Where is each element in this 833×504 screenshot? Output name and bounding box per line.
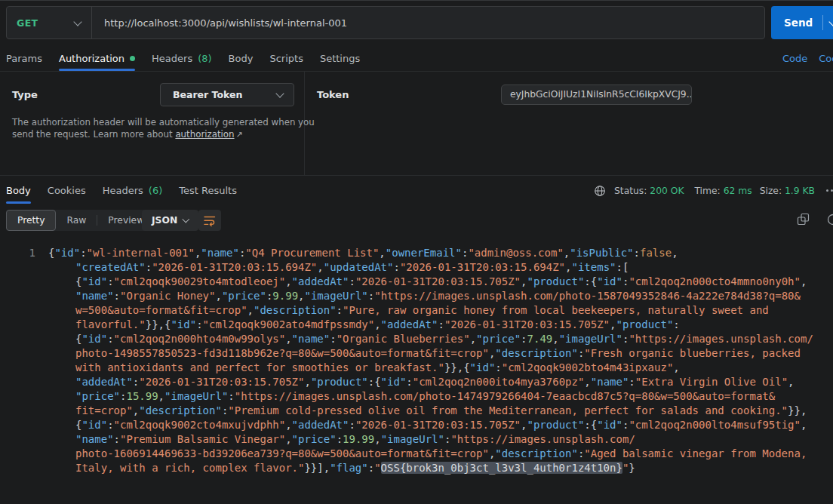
auth-type-select[interactable]: Bearer Token [160, 83, 294, 106]
line-number-gutter [0, 361, 35, 375]
type-label: Type [12, 89, 38, 100]
tab-label: Scripts [269, 53, 303, 64]
tab-label: Headers [152, 53, 192, 64]
code-text: w=500&auto=format&fit=crop","description… [48, 303, 769, 318]
tab-label: Settings [320, 53, 360, 64]
code-text: with antioxidants and perfect for smooth… [48, 361, 680, 375]
request-url-bar: GET http://localhost:3000/api/wishlists/… [6, 6, 765, 39]
code-text: flavorful."}},{"id":"cml2qoqk9002ato4mdf… [48, 318, 680, 332]
code-line: flavorful."}},{"id":"cml2qoqk9002ato4mdf… [0, 318, 833, 332]
format-select[interactable]: JSON [142, 210, 198, 231]
line-number-gutter [0, 375, 35, 389]
response-tab-body[interactable]: Body [6, 176, 31, 205]
flag-highlight: OSS{brok3n_0bj3ct_l3v3l_4uth0r1z4t10n} [381, 462, 622, 474]
send-options-chevron-icon[interactable] [828, 17, 833, 26]
response-body-json[interactable]: 1{"id":"wl-internal-001","name":"Q4 Proc… [0, 235, 833, 504]
token-input[interactable]: eyJhbGciOiJIUzI1NiIsInR5cCI6IkpXVCJ9.... [501, 85, 692, 105]
tab-label: Authorization [59, 53, 124, 64]
line-number-gutter [0, 260, 35, 275]
code-text: Italy, with a rich, complex flavor."}}],… [48, 461, 635, 475]
response-tab-cookies[interactable]: Cookies [48, 176, 86, 205]
tab-body[interactable]: Body [229, 45, 254, 71]
code-text: "name":"Organic Honey","price":9.99,"ima… [48, 289, 801, 303]
tab-settings[interactable]: Settings [320, 45, 360, 71]
code-text: "name":"Premium Balsamic Vinegar","price… [48, 432, 635, 447]
helper-line1: The authorization header will be automat… [12, 117, 315, 128]
code-line: 1{"id":"wl-internal-001","name":"Q4 Proc… [0, 246, 833, 260]
tab-authorization[interactable]: Authorization [59, 45, 135, 71]
chevron-down-icon [275, 89, 284, 97]
chevron-down-icon [183, 216, 189, 223]
send-button-divider [822, 15, 823, 30]
line-number-gutter [0, 404, 35, 418]
pretty-button[interactable]: Pretty [6, 210, 56, 231]
code-text: fit=crop","description":"Premium cold-pr… [48, 404, 807, 418]
url-input[interactable]: http://localhost:3000/api/wishlists/wl-i… [92, 17, 347, 29]
auth-helper-text: The authorization header will be automat… [12, 117, 329, 140]
code-text: "createdAt":"2026-01-31T20:03:15.694Z","… [48, 260, 629, 275]
method-select[interactable]: GET [7, 7, 91, 38]
send-button[interactable]: Send [771, 6, 833, 39]
code-text: "price":15.99,"imageUrl":"https://images… [48, 389, 775, 404]
line-number-gutter: 1 [0, 246, 35, 260]
code-line: w=500&auto=format&fit=crop","description… [0, 303, 833, 318]
line-number-gutter [0, 346, 35, 361]
token-label: Token [317, 89, 349, 100]
code-line: fit=crop","description":"Premium cold-pr… [0, 404, 833, 418]
authorization-panel: Type Bearer Token The authorization head… [0, 72, 833, 176]
view-mode-group: Pretty Raw Preview [6, 210, 155, 231]
authorization-link[interactable]: authorization [175, 129, 234, 140]
tab-label: Cookies [48, 185, 86, 196]
raw-button[interactable]: Raw [56, 210, 97, 231]
code-line: with antioxidants and perfect for smooth… [0, 361, 833, 375]
response-tab-headers[interactable]: Headers(6) [103, 176, 163, 205]
line-number-gutter [0, 461, 35, 475]
code-text: "addedAt":"2026-01-31T20:03:15.705Z","pr… [48, 375, 795, 389]
line-number-gutter [0, 318, 35, 332]
code-text: {"id":"wl-internal-001","name":"Q4 Procu… [48, 246, 678, 260]
tab-label: Body [229, 53, 254, 64]
code-text: photo-1606914469633-bd39206ea739?q=80&w=… [48, 447, 807, 461]
size-label: Size: [760, 186, 782, 196]
line-number-gutter [0, 289, 35, 303]
external-link-icon: ↗ [236, 130, 243, 140]
active-dot-icon [130, 56, 135, 61]
copy-icon[interactable] [797, 213, 810, 226]
wrap-lines-button[interactable] [198, 210, 221, 231]
method-label: GET [17, 17, 38, 29]
tab-headers[interactable]: Headers(8) [152, 45, 212, 71]
line-number-gutter [0, 418, 35, 432]
code-line: photo-1498557850523-fd3d118b962e?q=80&w=… [0, 346, 833, 361]
more-options-icon[interactable] [825, 186, 833, 195]
response-meta: Status: 200 OK Time: 62 ms Size: 1.9 KB [594, 176, 833, 205]
line-number-gutter [0, 332, 35, 346]
format-value: JSON [152, 215, 177, 226]
code-link[interactable]: Code [782, 53, 807, 64]
code-line: "createdAt":"2026-01-31T20:03:15.694Z","… [0, 260, 833, 275]
globe-icon [594, 185, 606, 197]
code-line: "addedAt":"2026-01-31T20:03:15.705Z","pr… [0, 375, 833, 389]
time-label: Time: [694, 186, 720, 196]
code-line: "name":"Organic Honey","price":9.99,"ima… [0, 289, 833, 303]
code-line: {"id":"cml2qoqk90029to4mtodleoej","added… [0, 275, 833, 289]
cookies-link[interactable]: Cookies [819, 53, 833, 64]
status-label: Status: [614, 186, 647, 196]
code-line: {"id":"cml2qoq2n000hto4m0w99olys","name"… [0, 332, 833, 346]
code-line: "price":15.99,"imageUrl":"https://images… [0, 389, 833, 404]
request-tabs: ParamsAuthorizationHeaders(8)BodyScripts… [0, 45, 833, 71]
helper-line2: send the request. Learn more about [12, 129, 175, 140]
line-number-gutter [0, 447, 35, 461]
search-icon[interactable] [825, 213, 833, 228]
code-cookies-links: CodeCookies [782, 45, 833, 72]
code-text: {"id":"cml2qoq2n000hto4m0w99olys","name"… [48, 332, 813, 346]
tab-label: Test Results [179, 185, 237, 196]
tab-params[interactable]: Params [6, 45, 42, 71]
tab-scripts[interactable]: Scripts [269, 45, 303, 71]
response-tab-test-results[interactable]: Test Results [179, 176, 237, 205]
code-text: {"id":"cml2qoqk9002cto4mxujvdphh","added… [48, 418, 807, 432]
tab-label: Body [6, 185, 31, 196]
size-value: 1.9 KB [785, 186, 815, 196]
auth-type-value: Bearer Token [173, 89, 242, 100]
response-header: BodyCookiesHeaders(6)Test Results Status… [0, 176, 833, 205]
tab-count: (8) [198, 53, 211, 64]
